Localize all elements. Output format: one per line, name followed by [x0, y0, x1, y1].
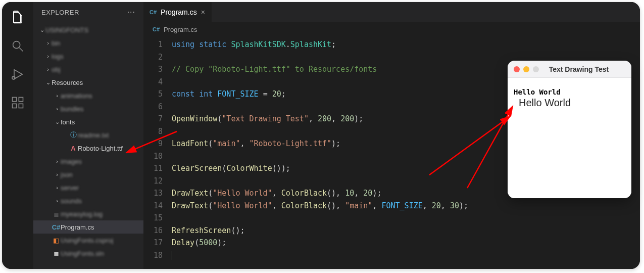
- breadcrumb[interactable]: C# Program.cs: [143, 22, 640, 36]
- tree-folder[interactable]: ›json: [33, 168, 143, 181]
- tree-file[interactable]: ⓘreadme.txt: [33, 128, 143, 142]
- file-tree: ⌄USINGFONTS ›bin ›logs ›obj ⌄Resources ›…: [33, 22, 143, 261]
- tree-file[interactable]: ≣myeasylog.log: [33, 207, 143, 220]
- line-gutter: 123456789101112131415161718: [143, 38, 172, 269]
- csharp-icon: C#: [52, 223, 61, 231]
- csharp-icon: C#: [150, 9, 157, 15]
- tree-folder[interactable]: ›animations: [33, 89, 143, 102]
- tree-folder[interactable]: ›sounds: [33, 194, 143, 207]
- svg-point-0: [13, 41, 20, 49]
- info-icon: ⓘ: [69, 130, 78, 140]
- sidebar: EXPLORER ··· ⌄USINGFONTS ›bin ›logs ›obj…: [33, 2, 143, 269]
- tree-file-roboto[interactable]: ARoboto-Light.ttf: [33, 142, 143, 155]
- traffic-light-close[interactable]: [514, 66, 520, 72]
- tree-file[interactable]: ◧UsingFonts.csproj: [33, 234, 143, 247]
- file-icon: ≣: [52, 210, 61, 218]
- explorer-icon[interactable]: [10, 10, 25, 25]
- tree-folder[interactable]: ›images: [33, 155, 143, 168]
- activity-bar: [2, 2, 33, 269]
- debug-icon[interactable]: [10, 67, 25, 82]
- csharp-icon: C#: [153, 26, 160, 32]
- font-icon: A: [69, 145, 78, 152]
- tab-bar: C# Program.cs ×: [143, 2, 640, 22]
- svg-rect-4: [13, 104, 17, 108]
- tree-folder[interactable]: ›bundles: [33, 102, 143, 115]
- tree-folder-resources[interactable]: ⌄Resources: [33, 76, 143, 89]
- sidebar-header: EXPLORER ···: [33, 2, 143, 22]
- preview-titlebar: Text Drawing Test: [508, 61, 631, 78]
- svg-point-1: [12, 76, 15, 79]
- extensions-icon[interactable]: [10, 95, 25, 110]
- preview-window: Text Drawing Test Hello World Hello Worl…: [508, 61, 631, 198]
- traffic-light-zoom[interactable]: [533, 66, 539, 72]
- tree-folder[interactable]: ›obj: [33, 63, 143, 76]
- sidebar-more-icon[interactable]: ···: [127, 8, 135, 17]
- tab-program[interactable]: C# Program.cs ×: [143, 2, 212, 22]
- hello-bitmap: Hello World: [514, 88, 561, 96]
- preview-body: Hello World Hello World: [508, 78, 631, 198]
- tree-folder[interactable]: ›logs: [33, 50, 143, 63]
- file-icon: ◧: [52, 237, 61, 244]
- tree-file[interactable]: ≣UsingFonts.sln: [33, 247, 143, 260]
- tree-project[interactable]: ⌄USINGFONTS: [33, 23, 143, 36]
- tree-folder[interactable]: ›server: [33, 181, 143, 194]
- svg-rect-5: [19, 104, 23, 108]
- file-icon: ≣: [52, 250, 61, 257]
- svg-rect-3: [19, 98, 23, 102]
- tab-label: Program.cs: [161, 8, 197, 16]
- close-icon[interactable]: ×: [201, 8, 205, 16]
- search-icon[interactable]: [10, 38, 25, 54]
- explorer-title: EXPLORER: [41, 9, 79, 16]
- svg-rect-2: [13, 98, 17, 102]
- hello-font: Hello World: [519, 97, 571, 109]
- traffic-light-minimize[interactable]: [523, 66, 529, 72]
- preview-title: Text Drawing Test: [542, 65, 615, 73]
- tree-file-program[interactable]: C#Program.cs: [33, 220, 143, 234]
- breadcrumb-label: Program.cs: [164, 26, 197, 33]
- tree-folder[interactable]: ›bin: [33, 36, 143, 50]
- tree-folder-fonts[interactable]: ⌄fonts: [33, 115, 143, 128]
